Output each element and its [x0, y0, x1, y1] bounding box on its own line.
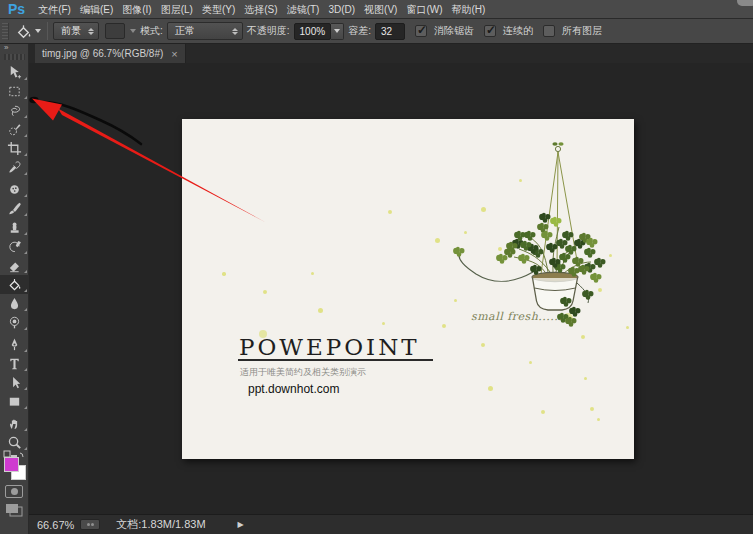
mode-dropdown[interactable]: 正常 [167, 22, 243, 40]
tool-blur[interactable] [0, 294, 29, 313]
decor-dot [481, 343, 485, 347]
checkbox-label: 消除锯齿 [434, 24, 474, 38]
tool-clone-stamp[interactable] [0, 218, 29, 237]
photoshop-logo: Ps [8, 1, 25, 17]
fill-source-dropdown[interactable]: 前景 [53, 22, 99, 40]
move-icon [7, 65, 22, 80]
menu-item[interactable]: 类型(Y) [202, 0, 235, 19]
tool-crop[interactable] [0, 139, 29, 158]
checkbox-连续的[interactable] [484, 25, 496, 37]
decor-dot [435, 238, 440, 243]
zoom-level[interactable]: 66.67% [37, 519, 74, 531]
decor-dot [541, 410, 545, 414]
menu-item[interactable]: 3D(D) [328, 0, 355, 19]
slide-subtitle: 适用于唯美简约及相关类别演示 [240, 366, 366, 379]
decor-dot [581, 335, 585, 339]
pattern-caret-icon [130, 29, 136, 33]
document-tab-title: timg.jpg @ 66.7%(RGB/8#) [42, 48, 163, 59]
tool-type[interactable] [0, 354, 29, 373]
tab-close-icon[interactable]: × [171, 48, 177, 60]
path-selection-icon [7, 375, 22, 390]
tool-history-brush[interactable] [0, 237, 29, 256]
menu-item[interactable]: 图层(L) [161, 0, 193, 19]
spot-healing-brush-icon [7, 182, 22, 197]
decor-dot [318, 308, 323, 313]
checkbox-消除锯齿[interactable] [415, 25, 427, 37]
decor-dot [222, 272, 225, 275]
brush-icon [7, 201, 22, 216]
paint-bucket-icon [15, 23, 32, 40]
tool-eyedropper[interactable] [0, 158, 29, 177]
tool-eraser[interactable] [0, 256, 29, 275]
rectangular-marquee-icon [7, 84, 22, 99]
menu-item[interactable]: 窗口(W) [406, 0, 442, 19]
status-bar: 66.67% 文档:1.83M/1.83M ▶ [29, 514, 753, 534]
hand-icon [7, 416, 22, 431]
slide-title: POWEPOINT [239, 334, 420, 360]
clone-stamp-icon [7, 220, 22, 235]
screen-mode-button[interactable] [5, 503, 23, 517]
decor-dot [388, 210, 392, 214]
canvas-area[interactable]: small fresh...... POWEPOINT 适用于唯美简约及相关类别… [29, 63, 753, 514]
panel-grip [4, 54, 25, 60]
tool-quick-selection[interactable] [0, 120, 29, 139]
tool-brush[interactable] [0, 199, 29, 218]
menu-item[interactable]: 帮助(H) [452, 0, 486, 19]
quick-mask-button[interactable] [5, 485, 23, 498]
opacity-label: 不透明度: [247, 24, 290, 38]
panel-collapse-button[interactable]: » [0, 44, 28, 53]
tool-dodge[interactable] [0, 313, 29, 332]
checkbox-label: 连续的 [503, 24, 533, 38]
menu-item[interactable]: 图像(I) [122, 0, 151, 19]
tool-move[interactable] [0, 63, 29, 82]
menu-item[interactable]: 文件(F) [38, 0, 71, 19]
rectangle-icon [7, 394, 22, 409]
tolerance-label: 容差: [348, 24, 371, 38]
decor-dot [488, 386, 493, 391]
opacity-control[interactable]: 100% [294, 23, 345, 40]
tool-rectangle[interactable] [0, 392, 29, 411]
dropdown-carets-icon [232, 28, 238, 35]
status-popup-arrow[interactable]: ▶ [238, 520, 244, 529]
eraser-icon [7, 258, 22, 273]
menu-bar: Ps 文件(F)编辑(E)图像(I)图层(L)类型(Y)选择(S)滤镜(T)3D… [0, 0, 753, 19]
options-bar-grip [2, 23, 9, 40]
tool-lasso[interactable] [0, 101, 29, 120]
opacity-value[interactable]: 100% [294, 23, 332, 40]
decor-dot [626, 326, 629, 329]
title-underline [238, 359, 433, 361]
separator [47, 22, 48, 40]
current-tool-button[interactable] [15, 23, 41, 40]
tool-pen[interactable] [0, 335, 29, 354]
tool-paint-bucket[interactable] [0, 275, 29, 294]
eyedropper-icon [7, 160, 22, 175]
mode-label: 模式: [140, 24, 163, 38]
checkbox-所有图层[interactable] [543, 25, 555, 37]
pattern-swatch [105, 23, 125, 39]
menu-item[interactable]: 选择(S) [244, 0, 277, 19]
tool-hand[interactable] [0, 414, 29, 433]
tolerance-input[interactable]: 32 [375, 23, 405, 40]
dropdown-carets-icon [88, 28, 94, 35]
opacity-caret-button[interactable] [331, 23, 344, 40]
decor-dot [382, 322, 385, 325]
status-gauge-icon [80, 519, 100, 530]
document-size-info: 文档:1.83M/1.83M [116, 517, 205, 532]
decor-dot [529, 361, 532, 364]
mode-value: 正常 [175, 24, 195, 38]
menu-item[interactable]: 视图(V) [364, 0, 397, 19]
tool-rectangular-marquee[interactable] [0, 82, 29, 101]
document-image[interactable]: small fresh...... POWEPOINT 适用于唯美简约及相关类别… [182, 119, 634, 459]
crop-icon [7, 141, 22, 156]
decor-dot [597, 418, 600, 421]
document-tab-bar: timg.jpg @ 66.7%(RGB/8#) × [29, 44, 753, 63]
hanging-plant-illustration [440, 133, 610, 333]
menu-item[interactable]: 滤镜(T) [287, 0, 320, 19]
tool-spot-healing-brush[interactable] [0, 180, 29, 199]
tool-path-selection[interactable] [0, 373, 29, 392]
dodge-icon [7, 315, 22, 330]
menu-item[interactable]: 编辑(E) [80, 0, 113, 19]
lasso-icon [7, 103, 22, 118]
foreground-color-swatch[interactable] [4, 457, 19, 472]
document-tab[interactable]: timg.jpg @ 66.7%(RGB/8#) × [35, 44, 186, 63]
